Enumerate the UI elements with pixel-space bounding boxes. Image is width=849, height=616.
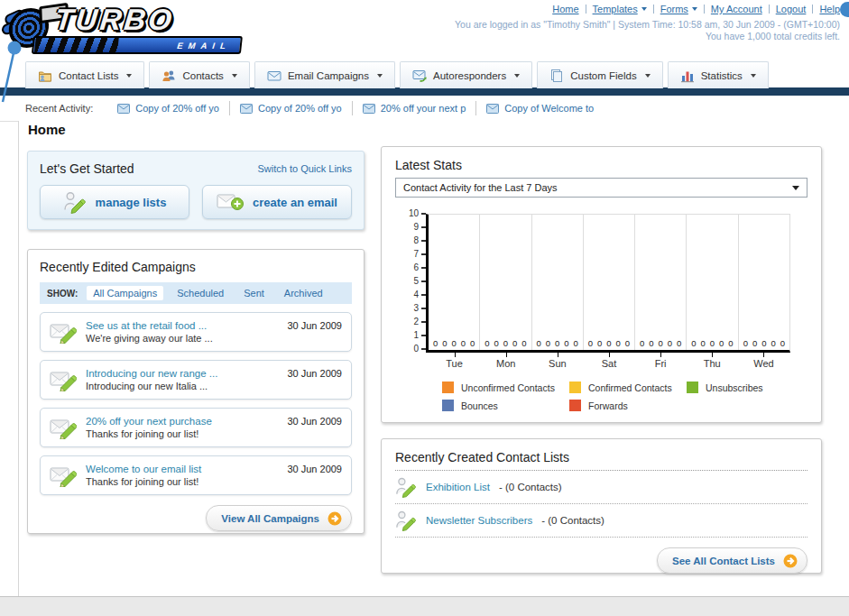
campaign-filter-link[interactable]: Archived [278, 286, 329, 300]
see-all-contact-lists-button[interactable]: See All Contact Lists [657, 547, 807, 574]
campaign-date: 30 Jun 2009 [287, 320, 342, 331]
bar-value-label: 0 [546, 339, 550, 348]
nav-tab-email-campaigns[interactable]: Email Campaigns [254, 61, 395, 88]
contact-list-items: Exhibition List - (0 Contacts) Newslette… [395, 471, 807, 538]
chevron-down-icon [751, 74, 756, 78]
person-pencil-icon [395, 476, 417, 498]
legend-swatch [442, 382, 454, 393]
contact-list-row: Exhibition List - (0 Contacts) [395, 471, 807, 504]
nav-tabs: Contact Lists Contacts Email Campaigns A… [25, 61, 769, 88]
legend-item: Unsubscribes [687, 382, 807, 393]
y-tick-label: 7 [413, 250, 426, 259]
chart-legend: Unconfirmed Contacts Confirmed Contacts … [442, 382, 807, 411]
x-axis-label: Mon [480, 358, 531, 369]
campaign-subtitle: We're giving away our late ... [86, 333, 287, 344]
y-tick-label: 8 [413, 236, 426, 245]
bar-value-label: 0 [433, 339, 438, 348]
recent-activity-item: Copy of Welcome to [475, 101, 604, 115]
x-axis-label: Sun [531, 358, 583, 369]
legend-label: Confirmed Contacts [588, 382, 672, 393]
chevron-down-icon [232, 74, 237, 78]
create-email-button[interactable]: create an email [202, 185, 352, 219]
legend-swatch [687, 382, 698, 393]
x-axis-label: Wed [738, 358, 789, 369]
campaign-title-link[interactable]: See us at the retail food ... [86, 320, 287, 331]
nav-tab-label: Custom Fields [570, 70, 637, 81]
campaigns-title: Recently Edited Campaigns [40, 260, 352, 274]
arrow-circle-icon [783, 554, 798, 568]
header-link[interactable]: Logout [776, 4, 807, 14]
header-link[interactable]: My Account [711, 4, 762, 14]
turbo-email-logo: TURBO EMAIL [5, 3, 245, 51]
nav-tab-statistics[interactable]: Statistics [668, 61, 769, 88]
nav-tab-contact-lists[interactable]: Contact Lists [25, 61, 144, 88]
people-icon [161, 69, 176, 83]
main-content: Home Let's Get Started Switch to Quick L… [18, 121, 849, 597]
header-link[interactable]: Forms [660, 4, 697, 14]
recent-activity-link[interactable]: Copy of 20% off yo [135, 103, 219, 114]
contact-list-count: - (0 Contacts) [541, 515, 604, 526]
credits-status: You have 1,000 total credits left. [706, 31, 840, 41]
stats-period-dropdown[interactable]: Contact Activity for the Last 7 Days [395, 178, 807, 198]
campaign-title-link[interactable]: Introducing our new range ... [86, 368, 287, 379]
switch-quick-links-link[interactable]: Switch to Quick Links [257, 163, 352, 174]
legend-item: Bounces [442, 400, 569, 411]
y-tick-label: 0 [413, 345, 426, 354]
bar-value-label: 0 [588, 339, 593, 348]
recent-activity-link[interactable]: Copy of Welcome to [504, 103, 594, 114]
legend-swatch [569, 400, 581, 411]
campaign-filter-link[interactable]: Scheduled [171, 286, 230, 300]
chart-x-ticks [429, 353, 789, 358]
bar-value-label: 0 [761, 339, 766, 348]
contact-list-link[interactable]: Newsletter Subscribers [426, 515, 532, 526]
recent-activity-link[interactable]: 20% off your next p [381, 103, 466, 114]
envelope-pencil-icon [50, 416, 77, 439]
envelope-pencil-icon [50, 320, 77, 344]
header-link[interactable]: Home [552, 4, 578, 14]
nav-tab-custom-fields[interactable]: Custom Fields [537, 61, 663, 88]
chevron-down-icon [645, 74, 651, 78]
page-title: Home [28, 122, 66, 137]
header-link[interactable]: Help [819, 4, 840, 14]
campaign-subtitle: Thanks for joining our list! [86, 476, 287, 487]
campaign-title-link[interactable]: Welcome to our email list [86, 464, 287, 474]
bar-value-label: 0 [484, 339, 489, 348]
bar-value-label: 0 [521, 339, 526, 348]
header-link[interactable]: Templates [593, 4, 647, 14]
barchart-icon [680, 69, 695, 83]
manage-lists-button[interactable]: manage lists [40, 185, 189, 219]
bar-value-label: 0 [728, 339, 733, 348]
contact-list-link[interactable]: Exhibition List [426, 482, 490, 492]
campaign-row: Welcome to our email list Thanks for joi… [40, 455, 352, 495]
campaign-date: 30 Jun 2009 [287, 416, 342, 427]
campaign-title-link[interactable]: 20% off your next purchase [86, 416, 287, 427]
header: TURBO EMAIL Home Templates Forms My Acco… [0, 0, 849, 60]
chevron-down-icon [126, 74, 132, 78]
contact-lists-title: Recently Created Contact Lists [395, 450, 807, 471]
nav-tab-label: Autoresponders [433, 70, 506, 81]
legend-item: Confirmed Contacts [569, 382, 687, 393]
recent-activity-label: Recent Activity: [25, 103, 93, 114]
view-all-campaigns-button[interactable]: View All Campaigns [206, 505, 352, 531]
campaign-filter-link[interactable]: All Campaigns [87, 286, 163, 300]
stats-period-value: Contact Activity for the Last 7 Days [403, 182, 558, 193]
chart-group-sat: 00000 [583, 215, 634, 350]
campaign-date: 30 Jun 2009 [287, 464, 342, 474]
navy-divider-bar [0, 87, 849, 96]
contact-list-count: - (0 Contacts) [499, 482, 562, 492]
bar-value-label: 0 [503, 339, 508, 348]
contact-list-row: Newsletter Subscribers - (0 Contacts) [395, 504, 807, 538]
campaign-filter-link[interactable]: Sent [237, 286, 271, 300]
recent-activity-item: Copy of 20% off yo [229, 101, 352, 115]
link-separator [653, 5, 654, 14]
legend-item: Unconfirmed Contacts [442, 382, 569, 393]
nav-tab-autoresponders[interactable]: Autoresponders [400, 61, 532, 88]
campaign-row: 20% off your next purchase Thanks for jo… [40, 408, 352, 447]
nav-tab-label: Contacts [182, 70, 223, 81]
nav-tab-contacts[interactable]: Contacts [149, 61, 249, 88]
person-pencil-icon [395, 510, 417, 531]
bar-value-label: 0 [752, 339, 757, 348]
x-axis-label: Tue [429, 358, 480, 369]
bar-value-label: 0 [470, 339, 475, 348]
recent-activity-link[interactable]: Copy of 20% off yo [258, 103, 342, 114]
